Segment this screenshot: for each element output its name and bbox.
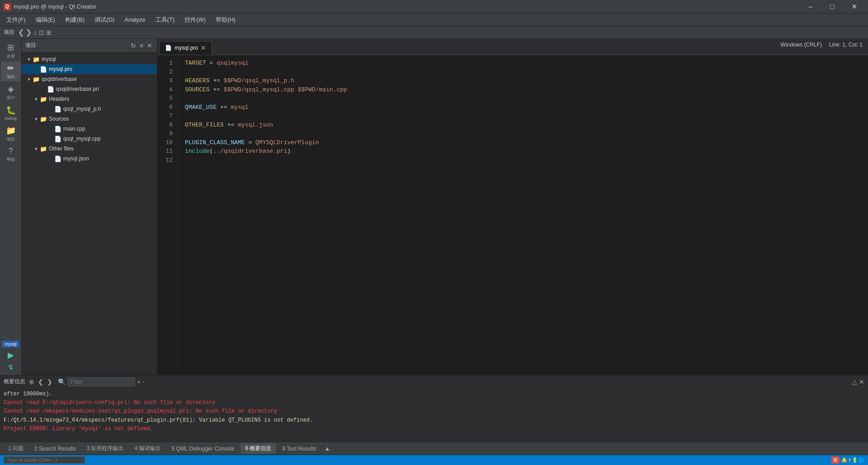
chevron-down-icon[interactable]: ▼ — [33, 117, 40, 122]
tree-label-qsqldriverbase-pri: qsqldriverbase.pri — [56, 86, 99, 92]
icon-sidebar: ⊞ 欢迎 ✏ 编辑 ◈ 设计 🐛 Debug 📁 项目 ? 帮助 mysql ▶… — [0, 39, 22, 375]
message-3: Cannot read /mkspecs/modules-inst/qt_plu… — [4, 407, 864, 416]
menu-edit[interactable]: 编辑(E) — [31, 14, 60, 26]
app-logo: Q — [4, 3, 11, 10]
tree-item-other-files[interactable]: ▼ 📁 Other files — [22, 144, 157, 154]
toolbar-split-icon[interactable]: ⊡ — [39, 29, 44, 36]
run-button[interactable]: ▶ — [8, 350, 14, 360]
tab-test-results[interactable]: 8 Test Results — [278, 444, 321, 453]
tree-item-qsqldriverbase[interactable]: ▼ 📁 qsqldriverbase — [22, 74, 157, 84]
bottom-next-icon[interactable]: ❯ — [47, 378, 52, 385]
bottom-panel-header: 概要信息 ⊕ ❮ ❯ 🔍 + - △ ✕ — [0, 376, 868, 388]
help-icon: ? — [8, 146, 13, 156]
tree-item-qsqldriverbase-pri[interactable]: 📄 qsqldriverbase.pri — [22, 84, 157, 94]
filter-input[interactable] — [67, 377, 135, 386]
project-panel: 项目 ↻ ≡ ✕ ▼ 📁 mysql 📄 mysql.pro — [22, 39, 157, 375]
tab-bar: 📄 mysql.pro ✕ — [157, 39, 775, 55]
locate-input[interactable] — [4, 456, 85, 464]
other-folder-icon: 📁 — [40, 146, 47, 152]
chevron-down-icon[interactable]: ▼ — [33, 146, 40, 151]
menu-tools[interactable]: 工具(T) — [151, 14, 179, 26]
tree-item-sources[interactable]: ▼ 📁 Sources — [22, 114, 157, 124]
tree-item-mysql-pro[interactable]: 📄 mysql.pro — [22, 64, 157, 74]
chevron-down-icon[interactable]: ▼ — [25, 57, 33, 62]
chevron-down-icon[interactable]: ▼ — [33, 97, 40, 102]
tree-item-main-cpp[interactable]: 📄 main.cpp — [22, 124, 157, 134]
filter-minus-icon[interactable]: - — [142, 378, 145, 385]
tab-expand-icon[interactable]: ▲ — [325, 445, 330, 452]
bottom-close-icon[interactable]: ✕ — [859, 378, 864, 385]
project-tree: ▼ 📁 mysql 📄 mysql.pro ▼ 📁 qsqldriverbase — [22, 52, 157, 375]
menu-analyze[interactable]: Analyze — [120, 14, 150, 25]
tab-qml-debugger[interactable]: 5 QML Debugger Console — [167, 444, 239, 453]
debug-label: Debug — [5, 116, 17, 121]
tree-item-qsql-mysql-cpp[interactable]: 📄 qsql_mysql.cpp — [22, 134, 157, 144]
sync-icon[interactable]: ↻ — [130, 41, 137, 50]
tab-file-icon: 📄 — [165, 45, 172, 51]
tab-issues[interactable]: 1 问题 — [4, 443, 28, 454]
maximize-button[interactable]: □ — [822, 0, 843, 14]
tab-close-icon[interactable]: ✕ — [201, 44, 206, 52]
welcome-label: 欢迎 — [7, 53, 15, 59]
menu-file[interactable]: 文件(F) — [2, 14, 30, 26]
tab-mysql-pro[interactable]: 📄 mysql.pro ✕ — [159, 41, 212, 55]
folder-icon: 📁 — [33, 56, 40, 63]
toolbar-bookmark-icon[interactable]: ⊞ — [46, 29, 52, 36]
project-label: 项目 — [7, 136, 15, 142]
menu-debug[interactable]: 调试(D) — [90, 14, 119, 26]
sidebar-item-debug[interactable]: 🐛 Debug — [1, 103, 21, 123]
code-editor[interactable]: TARGET = qsqlmysql HEADERS += $$PWD/qsql… — [178, 55, 868, 375]
filter-search-icon: 🔍 — [58, 378, 66, 385]
code-line-6: QMAKE_USE += mysql — [185, 103, 861, 112]
filter-icon[interactable]: ≡ — [139, 41, 144, 50]
close-button[interactable]: ✕ — [844, 0, 864, 14]
code-line-4: SOURCES += $$PWD/qsql_mysql.cpp $$PWD/ma… — [185, 85, 861, 94]
pro-file-icon: 📄 — [40, 66, 47, 73]
editor-statusbar: Windows (CRLF) Line: 1, Col: 1 — [775, 39, 868, 50]
tree-label-qsqldriverbase: qsqldriverbase — [42, 76, 77, 82]
panel-header: 项目 ↻ ≡ ✕ — [22, 39, 157, 52]
titlebar-controls[interactable]: – □ ✕ — [800, 0, 864, 14]
bottom-expand-icon[interactable]: △ — [852, 378, 857, 385]
code-line-10: PLUGIN_CLASS_NAME = QMYSQLDriverPlugin — [185, 138, 861, 147]
welcome-icon: ⊞ — [7, 42, 14, 52]
line-ending-status: Windows (CRLF) — [781, 42, 822, 48]
message-4: F:/Qt/5.14.1/mingw73_64/mkspecs/features… — [4, 416, 864, 425]
tab-summary[interactable]: 6 概要信息 — [241, 443, 276, 454]
sidebar-item-project[interactable]: 📁 项目 — [1, 124, 21, 144]
sidebar-item-help[interactable]: ? 帮助 — [1, 145, 21, 164]
tree-label-other-files: Other files — [49, 146, 74, 152]
tree-item-mysql-json[interactable]: 📄 mysql.json — [22, 154, 157, 164]
code-line-11: include(../qsqldriverbase.pri) — [185, 147, 861, 156]
bottom-prev-icon[interactable]: ❮ — [38, 378, 43, 385]
tree-item-headers[interactable]: ▼ 📁 Headers — [22, 94, 157, 104]
tree-item-mysql-root[interactable]: ▼ 📁 mysql — [22, 54, 157, 64]
tab-search-results[interactable]: 2 Search Results — [30, 444, 80, 453]
message-1: after 10000ms). — [4, 390, 864, 399]
debug-run-button[interactable]: ↯ — [8, 363, 14, 371]
menu-help[interactable]: 帮助(H) — [211, 14, 240, 26]
code-line-9 — [185, 129, 861, 138]
filter-add-icon[interactable]: + — [137, 378, 141, 385]
menu-controls[interactable]: 控件(W) — [180, 14, 210, 26]
toolbar-forward-icon[interactable]: ❯ — [26, 28, 32, 37]
menu-build[interactable]: 构建(B) — [61, 14, 89, 26]
toolbar-back-icon[interactable]: ❮ — [18, 28, 24, 37]
chevron-down-icon[interactable]: ▼ — [25, 77, 33, 82]
tree-item-qsql-mysql-h[interactable]: 📄 qsql_mysql_p.h — [22, 104, 157, 114]
session-label[interactable]: mysql — [2, 341, 19, 348]
tab-label: mysql.pro — [175, 45, 198, 51]
toolbar-home-icon[interactable]: ⌂ — [33, 29, 37, 36]
sidebar-item-design[interactable]: ◈ 设计 — [1, 82, 21, 102]
edit-label: 编辑 — [7, 74, 15, 80]
tab-compile-output[interactable]: 4 编译输出 — [130, 443, 165, 454]
cursor-position-status: Line: 1, Col: 1 — [829, 42, 863, 48]
sidebar-item-welcome[interactable]: ⊞ 欢迎 — [1, 41, 21, 61]
bottom-add-icon[interactable]: ⊕ — [29, 378, 34, 385]
tab-app-output[interactable]: 3 应用程序输出 — [82, 443, 128, 454]
sidebar-item-edit[interactable]: ✏ 编辑 — [1, 61, 21, 81]
close-panel-icon[interactable]: ✕ — [146, 41, 153, 50]
line-numbers: 1 2 3 4 5 6 7 8 9 10 11 12 — [157, 55, 178, 375]
minimize-button[interactable]: – — [800, 0, 821, 14]
sidebar-bottom: mysql ▶ ↯ — [2, 341, 19, 375]
